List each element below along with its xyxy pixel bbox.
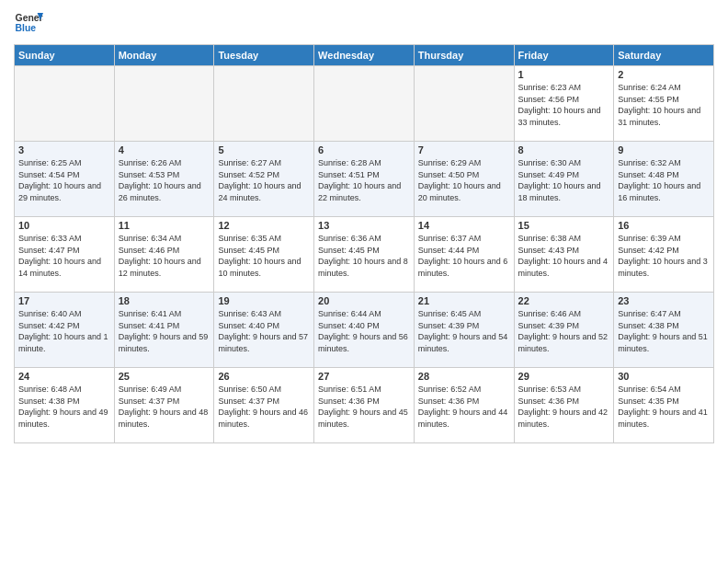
calendar-cell: 21Sunrise: 6:45 AM Sunset: 4:39 PM Dayli… bbox=[414, 293, 514, 368]
logo-icon: General Blue bbox=[14, 9, 43, 39]
day-number: 15 bbox=[518, 220, 610, 231]
logo: General Blue bbox=[14, 9, 47, 39]
day-detail: Sunrise: 6:49 AM Sunset: 4:37 PM Dayligh… bbox=[119, 384, 210, 430]
day-number: 21 bbox=[418, 295, 510, 306]
header-area: General Blue bbox=[14, 9, 714, 39]
week-row-2: 3Sunrise: 6:25 AM Sunset: 4:54 PM Daylig… bbox=[15, 142, 714, 217]
day-detail: Sunrise: 6:50 AM Sunset: 4:37 PM Dayligh… bbox=[218, 384, 310, 430]
week-row-4: 17Sunrise: 6:40 AM Sunset: 4:42 PM Dayli… bbox=[15, 293, 714, 368]
calendar-cell: 23Sunrise: 6:47 AM Sunset: 4:38 PM Dayli… bbox=[614, 293, 714, 368]
calendar-cell: 2Sunrise: 6:24 AM Sunset: 4:55 PM Daylig… bbox=[614, 66, 714, 142]
day-detail: Sunrise: 6:45 AM Sunset: 4:39 PM Dayligh… bbox=[418, 308, 510, 354]
day-detail: Sunrise: 6:48 AM Sunset: 4:38 PM Dayligh… bbox=[18, 384, 110, 430]
day-detail: Sunrise: 6:33 AM Sunset: 4:47 PM Dayligh… bbox=[18, 233, 110, 279]
calendar-cell: 25Sunrise: 6:49 AM Sunset: 4:37 PM Dayli… bbox=[114, 368, 214, 443]
weekday-header-friday: Friday bbox=[514, 45, 614, 66]
calendar-cell: 8Sunrise: 6:30 AM Sunset: 4:49 PM Daylig… bbox=[514, 142, 614, 217]
day-number: 23 bbox=[618, 295, 710, 306]
day-number: 19 bbox=[218, 295, 310, 306]
day-number: 26 bbox=[218, 371, 310, 382]
day-detail: Sunrise: 6:36 AM Sunset: 4:45 PM Dayligh… bbox=[318, 233, 410, 279]
calendar-cell: 13Sunrise: 6:36 AM Sunset: 4:45 PM Dayli… bbox=[314, 217, 415, 293]
week-row-1: 1Sunrise: 6:23 AM Sunset: 4:56 PM Daylig… bbox=[15, 66, 714, 142]
weekday-header-sunday: Sunday bbox=[15, 45, 115, 66]
day-detail: Sunrise: 6:44 AM Sunset: 4:40 PM Dayligh… bbox=[318, 308, 410, 354]
day-number: 11 bbox=[119, 220, 210, 231]
day-number: 6 bbox=[318, 144, 410, 155]
day-detail: Sunrise: 6:40 AM Sunset: 4:42 PM Dayligh… bbox=[18, 308, 110, 354]
day-detail: Sunrise: 6:39 AM Sunset: 4:42 PM Dayligh… bbox=[618, 233, 710, 279]
calendar-cell: 4Sunrise: 6:26 AM Sunset: 4:53 PM Daylig… bbox=[114, 142, 214, 217]
day-detail: Sunrise: 6:29 AM Sunset: 4:50 PM Dayligh… bbox=[418, 157, 510, 203]
calendar-cell: 5Sunrise: 6:27 AM Sunset: 4:52 PM Daylig… bbox=[214, 142, 314, 217]
day-detail: Sunrise: 6:32 AM Sunset: 4:48 PM Dayligh… bbox=[618, 157, 710, 203]
day-detail: Sunrise: 6:41 AM Sunset: 4:41 PM Dayligh… bbox=[119, 308, 210, 354]
calendar-cell: 14Sunrise: 6:37 AM Sunset: 4:44 PM Dayli… bbox=[414, 217, 514, 293]
calendar-cell: 27Sunrise: 6:51 AM Sunset: 4:36 PM Dayli… bbox=[314, 368, 415, 443]
calendar-cell: 28Sunrise: 6:52 AM Sunset: 4:36 PM Dayli… bbox=[414, 368, 514, 443]
calendar-cell: 29Sunrise: 6:53 AM Sunset: 4:36 PM Dayli… bbox=[514, 368, 614, 443]
calendar-cell: 3Sunrise: 6:25 AM Sunset: 4:54 PM Daylig… bbox=[15, 142, 115, 217]
day-number: 4 bbox=[119, 144, 210, 155]
weekday-header-wednesday: Wednesday bbox=[314, 45, 415, 66]
weekday-header-tuesday: Tuesday bbox=[214, 45, 314, 66]
calendar-cell bbox=[214, 66, 314, 142]
day-number: 1 bbox=[518, 69, 610, 80]
day-number: 13 bbox=[318, 220, 410, 231]
calendar-cell: 11Sunrise: 6:34 AM Sunset: 4:46 PM Dayli… bbox=[114, 217, 214, 293]
calendar-cell: 26Sunrise: 6:50 AM Sunset: 4:37 PM Dayli… bbox=[214, 368, 314, 443]
calendar-cell bbox=[414, 66, 514, 142]
day-number: 28 bbox=[418, 371, 510, 382]
day-detail: Sunrise: 6:28 AM Sunset: 4:51 PM Dayligh… bbox=[318, 157, 410, 203]
calendar-cell: 30Sunrise: 6:54 AM Sunset: 4:35 PM Dayli… bbox=[614, 368, 714, 443]
calendar-cell: 10Sunrise: 6:33 AM Sunset: 4:47 PM Dayli… bbox=[15, 217, 115, 293]
calendar-cell: 9Sunrise: 6:32 AM Sunset: 4:48 PM Daylig… bbox=[614, 142, 714, 217]
weekday-header-monday: Monday bbox=[114, 45, 214, 66]
day-number: 3 bbox=[18, 144, 110, 155]
day-number: 10 bbox=[18, 220, 110, 231]
weekday-header-thursday: Thursday bbox=[414, 45, 514, 66]
day-detail: Sunrise: 6:47 AM Sunset: 4:38 PM Dayligh… bbox=[618, 308, 710, 354]
calendar-cell: 18Sunrise: 6:41 AM Sunset: 4:41 PM Dayli… bbox=[114, 293, 214, 368]
day-detail: Sunrise: 6:35 AM Sunset: 4:45 PM Dayligh… bbox=[218, 233, 310, 279]
calendar-cell: 1Sunrise: 6:23 AM Sunset: 4:56 PM Daylig… bbox=[514, 66, 614, 142]
calendar-cell bbox=[114, 66, 214, 142]
day-number: 29 bbox=[518, 371, 610, 382]
day-detail: Sunrise: 6:51 AM Sunset: 4:36 PM Dayligh… bbox=[318, 384, 410, 430]
calendar-cell: 12Sunrise: 6:35 AM Sunset: 4:45 PM Dayli… bbox=[214, 217, 314, 293]
calendar-cell bbox=[314, 66, 415, 142]
week-row-5: 24Sunrise: 6:48 AM Sunset: 4:38 PM Dayli… bbox=[15, 368, 714, 443]
day-detail: Sunrise: 6:23 AM Sunset: 4:56 PM Dayligh… bbox=[518, 82, 610, 128]
calendar-cell: 16Sunrise: 6:39 AM Sunset: 4:42 PM Dayli… bbox=[614, 217, 714, 293]
day-number: 5 bbox=[218, 144, 310, 155]
page: General Blue SundayMondayTuesdayWednesda… bbox=[0, 0, 728, 453]
day-number: 22 bbox=[518, 295, 610, 306]
day-detail: Sunrise: 6:52 AM Sunset: 4:36 PM Dayligh… bbox=[418, 384, 510, 430]
day-number: 16 bbox=[618, 220, 710, 231]
day-number: 7 bbox=[418, 144, 510, 155]
day-detail: Sunrise: 6:37 AM Sunset: 4:44 PM Dayligh… bbox=[418, 233, 510, 279]
day-number: 25 bbox=[119, 371, 210, 382]
day-detail: Sunrise: 6:34 AM Sunset: 4:46 PM Dayligh… bbox=[119, 233, 210, 279]
calendar-cell: 24Sunrise: 6:48 AM Sunset: 4:38 PM Dayli… bbox=[15, 368, 115, 443]
day-number: 12 bbox=[218, 220, 310, 231]
day-number: 2 bbox=[618, 69, 710, 80]
day-detail: Sunrise: 6:26 AM Sunset: 4:53 PM Dayligh… bbox=[119, 157, 210, 203]
day-detail: Sunrise: 6:24 AM Sunset: 4:55 PM Dayligh… bbox=[618, 82, 710, 128]
day-number: 17 bbox=[18, 295, 110, 306]
calendar-cell: 19Sunrise: 6:43 AM Sunset: 4:40 PM Dayli… bbox=[214, 293, 314, 368]
day-number: 20 bbox=[318, 295, 410, 306]
calendar-cell: 15Sunrise: 6:38 AM Sunset: 4:43 PM Dayli… bbox=[514, 217, 614, 293]
day-detail: Sunrise: 6:38 AM Sunset: 4:43 PM Dayligh… bbox=[518, 233, 610, 279]
day-number: 14 bbox=[418, 220, 510, 231]
calendar-cell: 22Sunrise: 6:46 AM Sunset: 4:39 PM Dayli… bbox=[514, 293, 614, 368]
day-detail: Sunrise: 6:46 AM Sunset: 4:39 PM Dayligh… bbox=[518, 308, 610, 354]
calendar-cell: 6Sunrise: 6:28 AM Sunset: 4:51 PM Daylig… bbox=[314, 142, 415, 217]
day-detail: Sunrise: 6:54 AM Sunset: 4:35 PM Dayligh… bbox=[618, 384, 710, 430]
calendar-cell: 20Sunrise: 6:44 AM Sunset: 4:40 PM Dayli… bbox=[314, 293, 415, 368]
day-detail: Sunrise: 6:43 AM Sunset: 4:40 PM Dayligh… bbox=[218, 308, 310, 354]
week-row-3: 10Sunrise: 6:33 AM Sunset: 4:47 PM Dayli… bbox=[15, 217, 714, 293]
day-number: 24 bbox=[18, 371, 110, 382]
day-detail: Sunrise: 6:25 AM Sunset: 4:54 PM Dayligh… bbox=[18, 157, 110, 203]
day-number: 8 bbox=[518, 144, 610, 155]
